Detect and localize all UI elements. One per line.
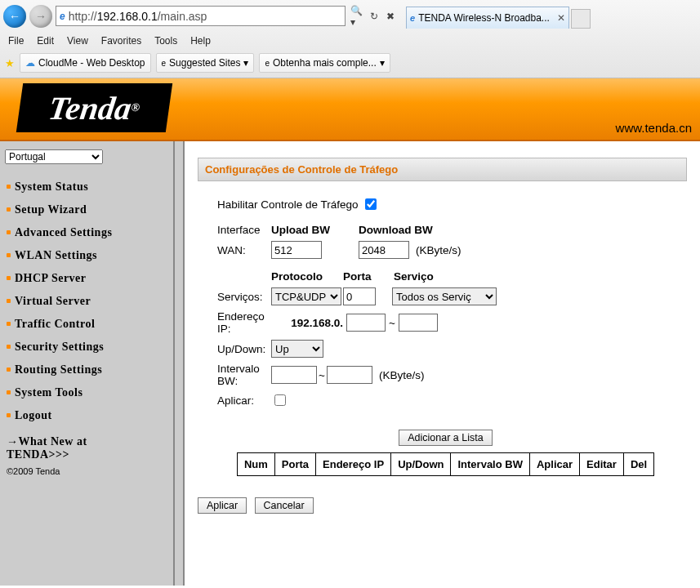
chevron-down-icon: ▾: [380, 57, 385, 69]
rules-table: Num Porta Endereço IP Up/Down Intervalo …: [237, 452, 654, 476]
add-to-list-button[interactable]: Adicionar a Lista: [399, 430, 492, 446]
port-header: Porta: [343, 270, 394, 283]
address-bar[interactable]: e http://192.168.0.1/main.asp: [56, 6, 346, 26]
panel-title: Configurações de Controle de Tráfego: [198, 158, 687, 181]
fav-obtenha[interactable]: e Obtenha mais comple... ▾: [259, 53, 390, 73]
download-bw-input[interactable]: [359, 241, 409, 259]
menu-help[interactable]: Help: [190, 35, 211, 47]
th-updown: Up/Down: [391, 453, 451, 476]
tab-title: TENDA Wireless-N Broadba...: [418, 12, 550, 24]
ie-page-icon: e: [60, 11, 65, 22]
sidebar-item-system-tools[interactable]: System Tools: [5, 381, 168, 404]
ip-from-input[interactable]: [346, 314, 386, 332]
sidebar-item-virtual-server[interactable]: Virtual Server: [5, 290, 168, 313]
tenda-logo: Tenda®: [16, 83, 172, 132]
apply-row-label: Aplicar:: [217, 394, 271, 407]
language-select[interactable]: Portugal: [5, 149, 103, 164]
stop-icon[interactable]: ✖: [383, 8, 398, 24]
bw-unit-2: (KByte/s): [379, 369, 425, 381]
brand-header: Tenda® www.tenda.cn: [0, 78, 700, 141]
menu-file[interactable]: File: [8, 35, 24, 47]
cloud-icon: ☁: [25, 57, 35, 69]
add-favorite-icon[interactable]: ★: [5, 57, 15, 69]
ie-icon: e: [265, 59, 270, 68]
th-bw: Intervalo BW: [451, 453, 529, 476]
browser-tab[interactable]: e TENDA Wireless-N Broadba... ✕: [406, 7, 569, 29]
menu-edit[interactable]: Edit: [37, 35, 54, 47]
sidebar-item-security-settings[interactable]: Security Settings: [5, 336, 168, 359]
ip-prefix: 192.168.0.: [271, 317, 346, 329]
upload-header: Upload BW: [271, 224, 359, 236]
bw-unit: (KByte/s): [416, 244, 461, 256]
sidebar-item-wlan-settings[interactable]: WLAN Settings: [5, 244, 168, 267]
main-panel: Configurações de Controle de Tráfego Hab…: [183, 141, 700, 586]
menu-tools[interactable]: Tools: [154, 35, 177, 47]
service-select[interactable]: Todos os Serviç: [392, 287, 497, 305]
protocol-select[interactable]: TCP&UDP: [271, 287, 341, 305]
ip-to-input[interactable]: [399, 314, 438, 332]
chevron-down-icon: ▾: [243, 57, 248, 69]
forward-button[interactable]: →: [29, 5, 52, 28]
sidebar-item-dhcp-server[interactable]: DHCP Server: [5, 267, 168, 290]
menu-favorites[interactable]: Favorites: [101, 35, 141, 47]
brand-url: www.tenda.cn: [616, 121, 692, 135]
browser-chrome: ← → e http://192.168.0.1/main.asp 🔍▾ ↻ ✖…: [0, 0, 700, 78]
fav-suggested-sites[interactable]: e Suggested Sites ▾: [156, 53, 255, 73]
sidebar-item-logout[interactable]: Logout: [5, 404, 168, 427]
enable-traffic-checkbox[interactable]: [365, 198, 377, 210]
cancel-button[interactable]: Cancelar: [255, 497, 314, 514]
back-button[interactable]: ←: [3, 5, 26, 28]
sidebar-item-setup-wizard[interactable]: Setup Wizard: [5, 198, 168, 221]
sidebar-item-routing-settings[interactable]: Routing Settings: [5, 359, 168, 381]
port-input[interactable]: [343, 287, 376, 305]
fav-cloudme[interactable]: ☁ CloudMe - Web Desktop: [20, 53, 151, 73]
sidebar-item-traffic-control[interactable]: Traffic Control: [5, 313, 168, 336]
updown-label: Up/Down:: [217, 343, 271, 355]
service-header: Serviço: [394, 270, 434, 283]
search-dropdown-icon[interactable]: 🔍▾: [350, 8, 365, 24]
th-apply: Aplicar: [529, 453, 579, 476]
services-label: Serviços:: [217, 291, 271, 303]
menu-bar: File Edit View Favorites Tools Help: [0, 32, 700, 50]
ie-icon: e: [162, 59, 167, 68]
refresh-icon[interactable]: ↻: [367, 8, 381, 24]
th-num: Num: [237, 453, 274, 476]
th-edit: Editar: [580, 453, 624, 476]
th-del: Del: [623, 453, 653, 476]
upload-bw-input[interactable]: [271, 241, 322, 259]
enable-traffic-label: Habilitar Controle de Tráfego: [217, 198, 359, 211]
sidebar-item-advanced-settings[interactable]: Advanced Settings: [5, 221, 168, 244]
bw-to-input[interactable]: [327, 366, 372, 384]
bw-interval-label: Intervalo BW:: [217, 363, 271, 387]
wan-label: WAN:: [217, 244, 271, 256]
what-new-link[interactable]: →What New at TENDA>>>: [5, 427, 168, 461]
close-tab-icon[interactable]: ✕: [557, 12, 565, 24]
apply-rule-checkbox[interactable]: [274, 394, 286, 406]
new-tab-button[interactable]: [571, 9, 591, 29]
apply-button[interactable]: Aplicar: [198, 497, 247, 514]
ip-label: Endereço IP:: [217, 310, 271, 335]
sidebar-nav: System StatusSetup WizardAdvanced Settin…: [5, 176, 168, 427]
menu-view[interactable]: View: [67, 35, 88, 47]
favorites-bar: ★ ☁ CloudMe - Web Desktop e Suggested Si…: [0, 50, 700, 78]
ie-tab-icon: e: [410, 13, 415, 23]
updown-select[interactable]: Up: [271, 340, 323, 358]
interface-header: Interface: [217, 224, 271, 236]
protocol-header: Protocolo: [271, 270, 343, 283]
sidebar-item-system-status[interactable]: System Status: [5, 176, 168, 198]
bw-from-input[interactable]: [271, 366, 317, 384]
url-text: http://192.168.0.1/main.asp: [69, 10, 341, 23]
th-port: Porta: [274, 453, 315, 476]
download-header: Download BW: [359, 224, 457, 236]
copyright: ©2009 Tenda: [5, 466, 168, 476]
sidebar: Portugal System StatusSetup WizardAdvanc…: [0, 141, 175, 586]
th-ip: Endereço IP: [316, 453, 391, 476]
